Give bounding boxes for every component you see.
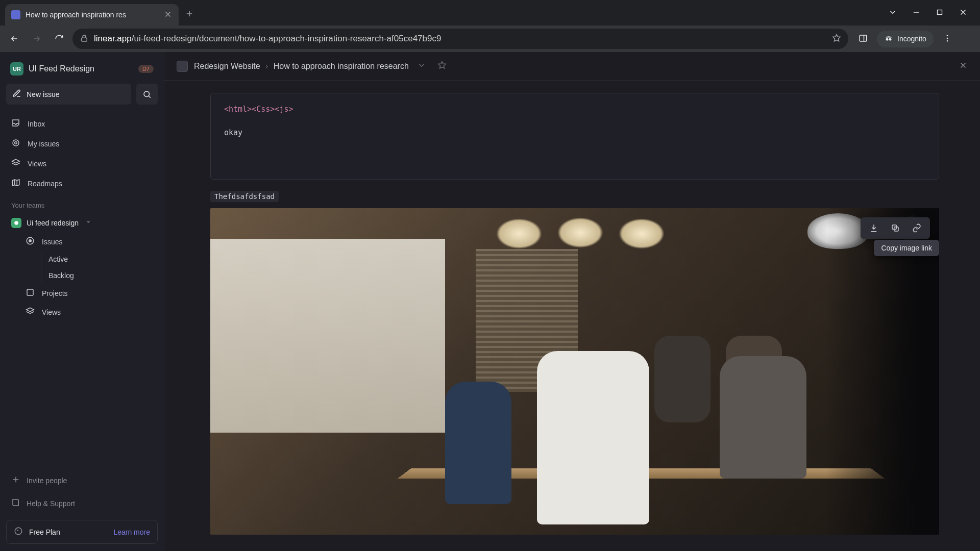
workspace-avatar: UR [10, 62, 23, 76]
projects-icon [26, 288, 35, 298]
inline-code[interactable]: Thefdsafdsfsad [210, 191, 279, 202]
sidebar-item-inbox[interactable]: Inbox [6, 114, 158, 134]
document-image[interactable]: Copy image link [210, 208, 939, 535]
document-header: Redesign Website › How to approach inspi… [164, 52, 980, 81]
active-label: Active [48, 255, 68, 263]
team-projects[interactable]: Projects [20, 284, 158, 303]
svg-rect-1 [82, 38, 87, 41]
tab-search-icon[interactable] [888, 8, 897, 18]
help-support[interactable]: Help & Support [6, 493, 158, 514]
learn-more-link[interactable]: Learn more [113, 528, 150, 536]
new-issue-label: New issue [27, 90, 60, 98]
inbox-label: Inbox [28, 120, 45, 128]
svg-point-11 [14, 221, 18, 225]
book-icon [11, 498, 20, 509]
gauge-icon [14, 527, 23, 537]
lock-icon [80, 34, 89, 44]
breadcrumb-sep: › [265, 62, 268, 70]
team-name: Ui feed redesign [27, 219, 79, 227]
close-panel-icon[interactable] [959, 61, 968, 71]
window-titlebar: How to approach inspiration res [0, 0, 980, 26]
edit-icon [12, 89, 21, 99]
copy-image-button[interactable] [885, 220, 905, 236]
document-body[interactable]: <html><Css><js> okay Thefdsafdsfsad [164, 81, 980, 551]
projects-label: Projects [42, 289, 68, 297]
svg-point-4 [889, 38, 892, 40]
chevron-down-icon[interactable] [417, 61, 426, 71]
minimize-icon[interactable] [912, 8, 921, 18]
sidebar-item-views[interactable]: Views [6, 154, 158, 173]
copy-image-link-button[interactable] [906, 220, 927, 236]
new-tab-button[interactable] [185, 9, 194, 21]
code-block[interactable]: <html><Css><js> okay [210, 93, 939, 180]
help-label: Help & Support [27, 499, 75, 508]
workspace-badge: D7 [138, 65, 154, 73]
main-content: Redesign Website › How to approach inspi… [164, 52, 980, 551]
svg-point-8 [144, 91, 150, 97]
team-avatar [11, 218, 21, 228]
inbox-icon [11, 118, 20, 129]
svg-rect-0 [938, 10, 942, 14]
issues-icon [26, 236, 35, 247]
code-line-2: okay [224, 128, 925, 137]
workspace-name: UI Feed Redesign [29, 64, 133, 73]
address-bar[interactable]: linear.app/ui-feed-redesign/document/how… [72, 29, 848, 49]
plan-label: Free Plan [29, 528, 60, 536]
bookmark-icon[interactable] [832, 34, 841, 44]
invite-label: Invite people [27, 477, 67, 485]
app-root: UR UI Feed Redesign D7 New issue Inbox M… [0, 52, 980, 551]
tab-title: How to approach inspiration res [26, 11, 158, 19]
backlog-label: Backlog [48, 271, 74, 280]
plan-box[interactable]: Free Plan Learn more [6, 520, 158, 544]
close-tab-icon[interactable] [163, 10, 173, 20]
team-views[interactable]: Views [20, 303, 158, 321]
tooltip: Copy image link [874, 240, 939, 256]
svg-point-13 [29, 240, 32, 242]
browser-toolbar: linear.app/ui-feed-redesign/document/how… [0, 26, 980, 52]
issues-label: Issues [42, 238, 62, 246]
close-window-icon[interactable] [959, 8, 968, 18]
maximize-icon[interactable] [935, 8, 944, 18]
image-toolbar [861, 217, 930, 239]
incognito-badge[interactable]: Incognito [877, 31, 934, 47]
forward-button[interactable] [28, 30, 46, 48]
chevron-down-icon [84, 217, 93, 228]
team-item[interactable]: Ui feed redesign [6, 213, 158, 232]
reload-button[interactable] [50, 30, 68, 48]
search-button[interactable] [136, 84, 158, 105]
sidebar: UR UI Feed Redesign D7 New issue Inbox M… [0, 52, 164, 551]
svg-point-3 [886, 38, 889, 40]
roadmaps-label: Roadmaps [28, 180, 62, 188]
views-label: Views [28, 160, 46, 168]
sidebar-item-my-issues[interactable]: My issues [6, 134, 158, 154]
team-issues-active[interactable]: Active [41, 251, 158, 267]
new-issue-button[interactable]: New issue [6, 84, 131, 105]
breadcrumb[interactable]: Redesign Website › How to approach inspi… [194, 62, 409, 71]
map-icon [11, 178, 20, 189]
breadcrumb-title: How to approach inspiration research [274, 62, 409, 70]
target-icon [11, 138, 20, 149]
teams-section-header: Your teams [6, 193, 158, 213]
window-controls [888, 8, 980, 18]
svg-point-6 [946, 37, 948, 39]
layers-icon [26, 307, 35, 317]
browser-menu-icon[interactable] [943, 34, 952, 44]
side-panel-icon[interactable] [859, 34, 868, 44]
favorite-icon[interactable] [437, 61, 447, 71]
back-button[interactable] [5, 30, 23, 48]
project-icon[interactable] [177, 61, 188, 72]
workspace-switcher[interactable]: UR UI Feed Redesign D7 [6, 59, 158, 79]
svg-point-9 [13, 140, 19, 146]
download-image-button[interactable] [864, 220, 884, 236]
breadcrumb-project: Redesign Website [194, 62, 260, 70]
incognito-label: Incognito [897, 35, 926, 43]
svg-point-10 [15, 142, 17, 144]
sidebar-item-roadmaps[interactable]: Roadmaps [6, 173, 158, 193]
svg-point-7 [946, 40, 948, 41]
browser-tab[interactable]: How to approach inspiration res [5, 4, 179, 26]
invite-people[interactable]: Invite people [6, 470, 158, 491]
linear-favicon [11, 10, 20, 19]
team-issues-backlog[interactable]: Backlog [41, 267, 158, 284]
toolbar-right: Incognito [859, 31, 952, 47]
team-issues[interactable]: Issues [20, 232, 158, 251]
